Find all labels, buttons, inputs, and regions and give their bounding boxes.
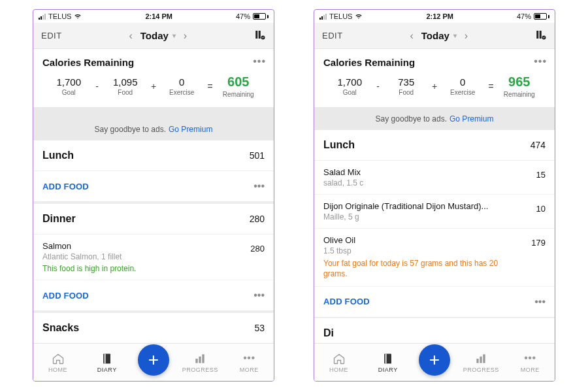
chevron-down-icon: ▾ [172,32,176,39]
remaining-label: Remaining [215,91,263,98]
tab-diary[interactable]: DIARY [370,352,406,373]
ad-text: Say goodbye to ads. [95,125,166,134]
tab-label: HOME [48,367,67,373]
fab-add-button[interactable]: + [138,344,169,376]
phone-left: TELUS 2:14 PM 47% EDIT ‹ Today ▾ › Calor… [33,9,274,382]
add-food-button[interactable]: ADD FOOD [323,297,370,306]
calories-more-button[interactable]: ••• [534,56,547,67]
meal-header[interactable]: Snacks 53 [33,313,274,343]
food-item[interactable]: Salmon Atlantic Salmon, 1 fillet 280 Thi… [33,235,274,280]
meal-more-button[interactable]: ••• [253,180,265,192]
meal-more-button[interactable]: ••• [253,289,265,301]
nutrition-icon[interactable] [254,29,266,42]
food-calories: 179 [531,238,546,248]
fab-add-button[interactable]: + [419,344,450,376]
tab-bar: HOME DIARY + PROGRESS ••• MORE [33,343,274,381]
svg-rect-8 [536,31,538,39]
edit-button[interactable]: EDIT [322,31,343,41]
food-title: Salmon [42,241,265,251]
plus-icon: + [430,81,439,91]
tab-progress[interactable]: PROGRESS [463,352,499,373]
svg-rect-14 [480,356,482,363]
signal-icon [39,14,46,20]
meal-name: Lunch [42,150,74,161]
food-subtitle: Maille, 5 g [323,212,546,221]
food-note: This food is high in protein. [42,264,265,273]
prev-day-button[interactable]: ‹ [410,30,413,42]
status-time: 2:14 PM [145,12,172,20]
battery-percent: 47% [236,12,250,20]
food-label: Food [383,89,431,96]
nav-bar: EDIT ‹ Today ▾ › [314,23,555,49]
remaining-value: 965 [496,74,544,90]
calories-title: Calories Remaining [42,57,265,68]
food-item[interactable]: Olive Oil 1.5 tbsp 179 Your fat goal for… [314,229,555,286]
meal-name: Di [323,327,334,339]
meal-calories: 501 [250,150,265,161]
food-calories: 280 [250,244,265,253]
meal-more-button[interactable]: ••• [534,296,546,308]
tab-label: MORE [521,367,540,373]
add-food-button[interactable]: ADD FOOD [42,182,89,191]
nutrition-icon[interactable] [535,29,547,42]
food-title: Olive Oil [323,235,546,245]
meal-section-lunch: Lunch 501 ADD FOOD ••• [33,140,274,201]
signal-icon [319,14,327,20]
food-calories: 10 [536,204,546,214]
remaining-label: Remaining [496,91,544,98]
ad-banner[interactable]: Say goodbye to ads. Go Premium [33,107,274,140]
tab-home[interactable]: HOME [40,352,76,373]
goal-label: Goal [45,89,93,96]
food-item[interactable]: Dijon Originale (Traditional Dijon Musta… [314,195,555,229]
tab-progress[interactable]: PROGRESS [182,352,218,373]
meal-header[interactable]: Lunch 501 [33,140,274,171]
tab-more[interactable]: ••• MORE [512,352,548,373]
meal-calories: 280 [250,214,265,224]
prev-day-button[interactable]: ‹ [129,30,132,42]
carrier-label: TELUS [48,12,71,20]
meal-header[interactable]: Lunch 474 [314,130,555,161]
progress-icon [193,352,206,365]
remaining-value: 605 [215,74,263,90]
food-label: Food [102,89,150,96]
go-premium-link[interactable]: Go Premium [449,114,493,123]
edit-button[interactable]: EDIT [41,31,62,41]
tab-more[interactable]: ••• MORE [231,352,267,373]
meal-header[interactable]: Di [314,318,555,343]
food-subtitle: 1.5 tbsp [323,246,546,255]
add-food-button[interactable]: ADD FOOD [42,291,89,301]
ad-banner[interactable]: Say goodbye to ads. Go Premium [314,107,555,130]
meal-section-dinner: Dinner 280 Salmon Atlantic Salmon, 1 fil… [33,204,274,310]
svg-rect-3 [103,353,110,363]
diary-icon [382,352,395,365]
svg-rect-0 [255,31,257,39]
date-picker[interactable]: Today ▾ [140,30,176,41]
calories-more-button[interactable]: ••• [253,56,266,67]
meal-section-lunch: Lunch 474 Salad Mix salad, 1.5 c 15 Dijo… [314,130,555,316]
exercise-label: Exercise [439,89,487,96]
equals-icon: = [206,81,215,91]
calories-card: Calories Remaining ••• 1,700Goal - 1,095… [33,49,274,107]
go-premium-link[interactable]: Go Premium [169,125,212,134]
meal-header[interactable]: Dinner 280 [33,204,274,235]
minus-icon: - [93,81,102,91]
food-item[interactable]: Salad Mix salad, 1.5 c 15 [314,161,555,195]
battery-icon [534,13,549,20]
tab-diary[interactable]: DIARY [89,352,125,373]
status-bar: TELUS 2:14 PM 47% [33,10,274,23]
food-note: Your fat goal for today is 57 grams and … [323,258,512,279]
tab-home[interactable]: HOME [321,352,357,373]
meal-name: Dinner [42,213,76,225]
next-day-button[interactable]: › [465,30,468,42]
progress-icon [474,352,487,365]
next-day-button[interactable]: › [184,30,187,42]
tab-label: DIARY [97,367,117,373]
svg-rect-1 [259,31,261,39]
phone-right: TELUS 2:12 PM 47% EDIT ‹ Today ▾ › Calor… [314,9,555,382]
tab-bar: HOME DIARY + PROGRESS ••• MORE [314,343,555,381]
more-icon: ••• [243,352,255,365]
date-picker[interactable]: Today ▾ [421,30,457,41]
meal-name: Lunch [323,139,355,151]
svg-rect-12 [385,353,387,363]
svg-rect-5 [195,359,197,363]
